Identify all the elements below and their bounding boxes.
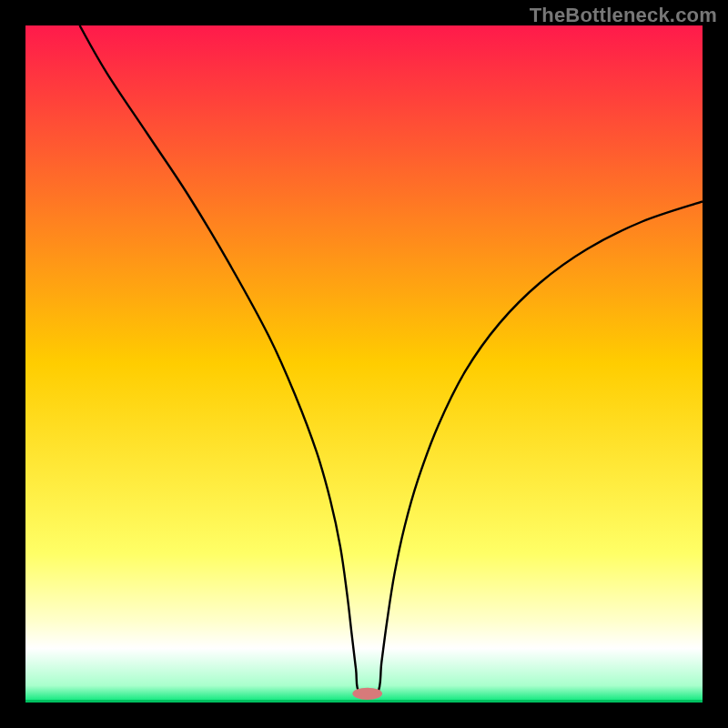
chart-frame: TheBottleneck.com — [0, 0, 728, 728]
plot-svg — [25, 25, 703, 703]
optimal-point-marker — [352, 688, 382, 700]
plot-area — [25, 25, 703, 703]
watermark-text: TheBottleneck.com — [530, 4, 717, 27]
gradient-background — [25, 25, 703, 703]
